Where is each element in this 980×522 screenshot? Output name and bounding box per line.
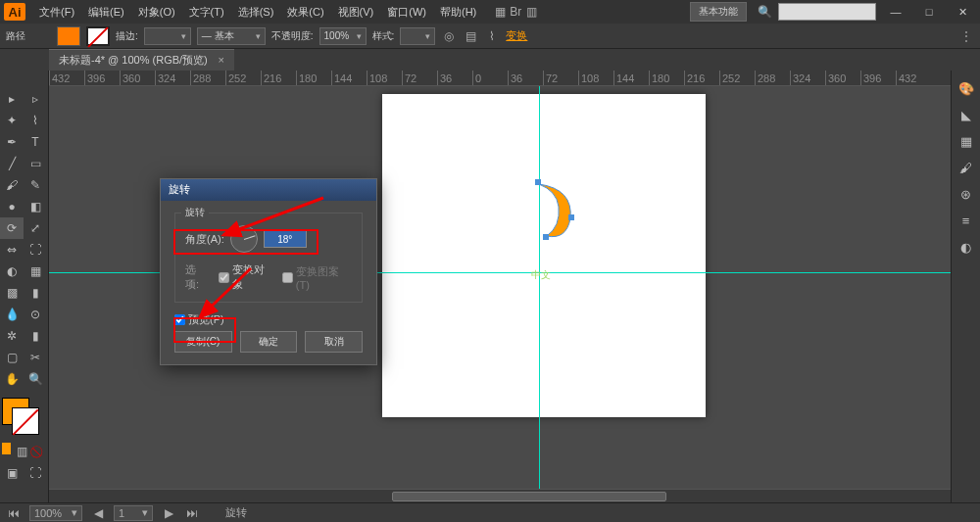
color-mode-icon[interactable] bbox=[2, 443, 11, 454]
menu-type[interactable]: 文字(T) bbox=[183, 2, 230, 23]
menu-bar: 文件(F) 编辑(E) 对象(O) 文字(T) 选择(S) 效果(C) 视图(V… bbox=[33, 2, 482, 23]
scrollbar-thumb[interactable] bbox=[392, 492, 666, 501]
transform-link[interactable]: 变换 bbox=[506, 28, 527, 43]
layout-icon[interactable]: ▦ bbox=[492, 4, 508, 20]
document-tab-label: 未标题-4* @ 100% (RGB/预览) bbox=[59, 54, 208, 66]
color-guide-panel-icon[interactable]: ◣ bbox=[954, 102, 979, 127]
last-page-icon[interactable]: ⏭ bbox=[184, 505, 200, 521]
stroke-panel-icon[interactable]: ≡ bbox=[954, 208, 979, 233]
maximize-button[interactable]: □ bbox=[915, 2, 943, 22]
selection-tool[interactable]: ▸ bbox=[0, 88, 24, 110]
page-combo[interactable]: 1▾ bbox=[114, 505, 153, 521]
gradient-tool[interactable]: ▮ bbox=[24, 282, 47, 304]
none-mode-icon[interactable]: ⃠ bbox=[30, 441, 48, 462]
graphic-style-combo[interactable] bbox=[400, 27, 435, 45]
zoom-tool[interactable]: 🔍 bbox=[24, 368, 47, 390]
options-label: 选项: bbox=[185, 262, 209, 292]
fill-swatch[interactable] bbox=[57, 26, 80, 46]
pen-tool[interactable]: ✒ bbox=[0, 131, 24, 153]
line-tool[interactable]: ╱ bbox=[0, 153, 24, 174]
scale-tool[interactable]: ⤢ bbox=[24, 217, 47, 239]
slice-tool[interactable]: ✂ bbox=[24, 347, 47, 368]
symbol-tool[interactable]: ✲ bbox=[0, 325, 24, 347]
stroke-weight-combo[interactable] bbox=[144, 27, 191, 45]
change-screen-icon[interactable]: ⛶ bbox=[24, 462, 47, 484]
stroke-color-swatch[interactable] bbox=[12, 407, 39, 435]
rotate-tool[interactable]: ⟳ bbox=[0, 217, 24, 239]
artboard-tool[interactable]: ▢ bbox=[0, 347, 24, 368]
group-label: 旋转 bbox=[181, 206, 209, 219]
selection-type-label: 路径 bbox=[6, 29, 25, 43]
brush-tool[interactable]: 🖌 bbox=[0, 174, 24, 196]
screen-mode-icon[interactable]: ▣ bbox=[0, 462, 24, 484]
search-input[interactable] bbox=[778, 3, 876, 21]
ruler-horizontal: 4323963603242882522161801441087236036721… bbox=[49, 71, 951, 86]
horizontal-scrollbar[interactable] bbox=[49, 489, 951, 502]
petal-shape[interactable] bbox=[529, 179, 578, 248]
eraser-tool[interactable]: ◧ bbox=[24, 196, 47, 217]
symbols-panel-icon[interactable]: ⊛ bbox=[954, 181, 979, 207]
menu-help[interactable]: 帮助(H) bbox=[434, 2, 482, 23]
stroke-style-combo[interactable]: — 基本 bbox=[197, 27, 266, 45]
mesh-tool[interactable]: ▩ bbox=[0, 282, 24, 304]
brushes-panel-icon[interactable]: 🖌 bbox=[954, 155, 979, 180]
type-tool[interactable]: T bbox=[24, 131, 47, 153]
opacity-combo[interactable]: 100% bbox=[319, 27, 367, 45]
perspective-tool[interactable]: ▦ bbox=[24, 261, 47, 282]
transform-object-checkbox[interactable]: 变换对象 bbox=[219, 262, 272, 292]
gradient-mode-icon[interactable]: ▥ bbox=[13, 441, 30, 462]
ok-button[interactable]: 确定 bbox=[240, 331, 298, 353]
direct-select-tool[interactable]: ▹ bbox=[24, 88, 47, 110]
bridge-icon[interactable]: Br bbox=[508, 4, 523, 20]
width-tool[interactable]: ⇔ bbox=[0, 239, 24, 261]
menu-view[interactable]: 视图(V) bbox=[332, 2, 380, 23]
dialog-titlebar[interactable]: 旋转 bbox=[161, 179, 376, 201]
menu-window[interactable]: 窗口(W) bbox=[381, 2, 432, 23]
lasso-tool[interactable]: ⌇ bbox=[24, 110, 47, 131]
rect-tool[interactable]: ▭ bbox=[24, 153, 47, 174]
close-tab-icon[interactable]: × bbox=[219, 54, 224, 66]
blob-tool[interactable]: ● bbox=[0, 196, 24, 217]
center-marker: 中文 bbox=[531, 268, 551, 282]
menu-edit[interactable]: 编辑(E) bbox=[82, 2, 130, 23]
minimize-button[interactable]: — bbox=[882, 2, 909, 22]
hand-tool[interactable]: ✋ bbox=[0, 368, 24, 390]
more-icon[interactable]: ⋮ bbox=[958, 28, 974, 44]
current-tool-label: 旋转 bbox=[225, 505, 247, 520]
graph-tool[interactable]: ▮ bbox=[24, 325, 47, 347]
eyedropper-tool[interactable]: 💧 bbox=[0, 304, 24, 325]
document-tabbar: 未标题-4* @ 100% (RGB/预览) × bbox=[0, 49, 980, 71]
stroke-swatch[interactable] bbox=[86, 26, 110, 46]
annotation-angle-box bbox=[173, 229, 318, 255]
free-transform-tool[interactable]: ⛶ bbox=[24, 239, 47, 261]
next-page-icon[interactable]: ▶ bbox=[161, 505, 176, 521]
guide-vertical[interactable] bbox=[539, 86, 540, 502]
close-button[interactable]: ✕ bbox=[949, 2, 976, 22]
panel-dock: 🎨 ◣ ▦ 🖌 ⊛ ≡ ◐ bbox=[951, 71, 980, 502]
menu-effect[interactable]: 效果(C) bbox=[281, 2, 329, 23]
app-logo-icon: Ai bbox=[4, 3, 25, 21]
workspace-preset[interactable]: 基本功能 bbox=[690, 2, 747, 22]
menu-object[interactable]: 对象(O) bbox=[132, 2, 181, 23]
artboard bbox=[382, 94, 706, 417]
warp-icon[interactable]: ⌇ bbox=[484, 28, 500, 44]
magic-wand-tool[interactable]: ✦ bbox=[0, 110, 24, 131]
stroke-label: 描边: bbox=[116, 29, 138, 43]
annotation-copy-box bbox=[173, 317, 236, 343]
color-panel-icon[interactable]: 🎨 bbox=[954, 75, 979, 101]
cancel-button[interactable]: 取消 bbox=[305, 331, 363, 353]
blend-tool[interactable]: ⊙ bbox=[24, 304, 47, 325]
prev-page-icon[interactable]: ◀ bbox=[90, 505, 106, 521]
menu-file[interactable]: 文件(F) bbox=[33, 2, 80, 23]
pencil-tool[interactable]: ✎ bbox=[24, 174, 47, 196]
menu-select[interactable]: 选择(S) bbox=[232, 2, 280, 23]
shape-builder-tool[interactable]: ◐ bbox=[0, 261, 24, 282]
swatches-panel-icon[interactable]: ▦ bbox=[954, 128, 979, 154]
align-icon[interactable]: ▤ bbox=[463, 28, 478, 44]
first-page-icon[interactable]: ⏮ bbox=[6, 505, 22, 521]
more-panel-icon[interactable]: ◐ bbox=[954, 234, 979, 260]
arrange-icon[interactable]: ▥ bbox=[523, 4, 539, 20]
document-tab[interactable]: 未标题-4* @ 100% (RGB/预览) × bbox=[49, 49, 234, 71]
target-icon[interactable]: ◎ bbox=[441, 28, 457, 44]
zoom-combo[interactable]: 100%▾ bbox=[29, 505, 82, 521]
